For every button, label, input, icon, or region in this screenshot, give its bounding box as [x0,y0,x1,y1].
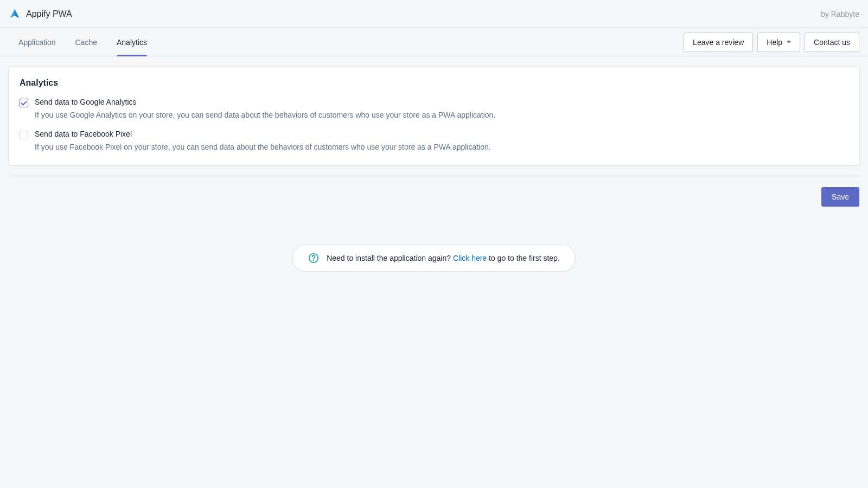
app-title: Appify PWA [26,9,72,19]
save-button[interactable]: Save [821,187,859,207]
save-row: Save [9,187,859,207]
help-banner-wrap: Need to install the application again? C… [9,245,859,272]
nav-actions: Leave a review Help Contact us [684,33,859,52]
help-banner-pre: Need to install the application again? [327,254,453,262]
page: Analytics Send data to Google Analytics … [0,56,868,293]
tab-analytics[interactable]: Analytics [107,28,157,56]
checkbox-facebook-pixel[interactable] [20,131,28,139]
byline: by Rabbyte [821,10,859,18]
option-google-analytics: Send data to Google Analytics If you use… [20,98,848,121]
navbar: Application Cache Analytics Leave a revi… [0,28,868,56]
help-banner: Need to install the application again? C… [292,245,576,272]
option-description: If you use Google Analytics on your stor… [35,110,495,121]
option-label: Send data to Google Analytics [35,98,495,106]
option-text: Send data to Google Analytics If you use… [35,98,495,121]
tab-application[interactable]: Application [9,28,66,56]
topbar-left: Appify PWA [9,8,72,20]
help-banner-text: Need to install the application again? C… [327,254,560,262]
question-circle-icon [308,253,319,264]
caret-down-icon [787,41,791,43]
help-button[interactable]: Help [757,33,800,52]
contact-us-button[interactable]: Contact us [805,33,859,52]
option-label: Send data to Facebook Pixel [35,130,491,138]
svg-point-1 [313,260,314,261]
option-facebook-pixel: Send data to Facebook Pixel If you use F… [20,130,848,153]
card-title: Analytics [20,78,848,88]
leave-review-button[interactable]: Leave a review [684,33,753,52]
option-description: If you use Facebook Pixel on your store,… [35,142,491,153]
help-banner-link[interactable]: Click here [453,254,487,262]
help-banner-post: to go to the first step. [487,254,560,262]
app-logo-icon [9,8,21,20]
divider [9,176,859,176]
topbar: Appify PWA by Rabbyte [0,0,868,28]
checkbox-google-analytics[interactable] [20,99,28,107]
analytics-card: Analytics Send data to Google Analytics … [9,67,859,165]
option-text: Send data to Facebook Pixel If you use F… [35,130,491,153]
tabs: Application Cache Analytics [9,28,157,56]
help-button-label: Help [767,38,782,47]
tab-cache[interactable]: Cache [66,28,107,56]
